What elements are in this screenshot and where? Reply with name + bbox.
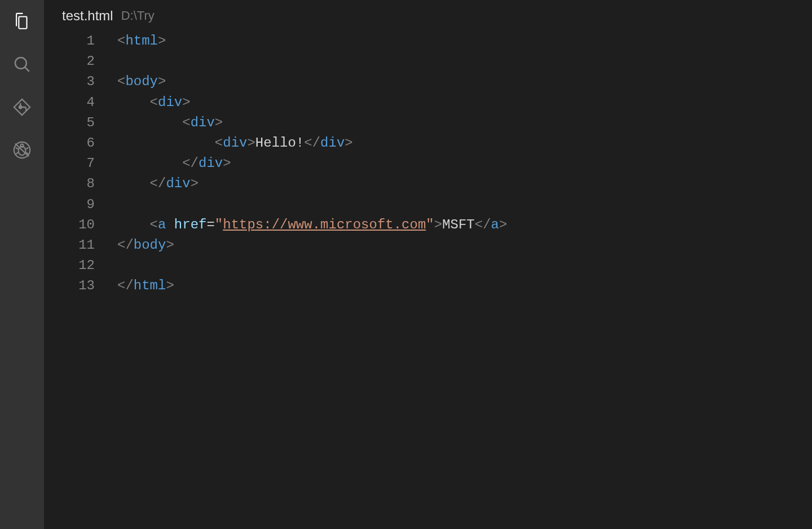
code-content[interactable]: <html><body> <div> <div> <div>Hello!</di… — [117, 31, 812, 529]
line-number: 9 — [44, 195, 95, 215]
tab-filename: test.html — [62, 8, 113, 24]
code-line[interactable] — [117, 195, 812, 215]
svg-line-8 — [25, 148, 28, 149]
line-number: 11 — [44, 235, 95, 255]
line-number: 3 — [44, 72, 95, 92]
explorer-icon[interactable] — [12, 11, 32, 32]
line-number: 6 — [44, 133, 95, 153]
code-line[interactable] — [117, 255, 812, 276]
line-number: 8 — [44, 174, 95, 194]
source-control-icon[interactable] — [12, 97, 32, 117]
code-line[interactable]: </html> — [117, 276, 812, 296]
line-number: 4 — [44, 92, 95, 113]
search-icon[interactable] — [12, 54, 32, 74]
line-number: 13 — [44, 276, 95, 296]
debug-icon[interactable] — [12, 140, 32, 160]
line-number: 10 — [44, 215, 95, 235]
svg-point-3 — [19, 106, 22, 109]
svg-line-1 — [25, 67, 29, 72]
editor-tab[interactable]: test.html D:\Try — [44, 0, 812, 31]
line-number: 2 — [44, 51, 95, 72]
code-line[interactable]: </body> — [117, 235, 812, 255]
svg-line-7 — [16, 148, 19, 149]
line-number-gutter: 12345678910111213 — [44, 31, 117, 529]
tab-path: D:\Try — [121, 8, 155, 23]
code-line[interactable]: <html> — [117, 31, 812, 51]
editor-area: test.html D:\Try 12345678910111213 <html… — [44, 0, 812, 529]
code-line[interactable]: <a href="https://www.microsoft.com">MSFT… — [117, 215, 812, 235]
code-line[interactable]: </div> — [117, 153, 812, 174]
line-number: 7 — [44, 153, 95, 174]
code-line[interactable]: <body> — [117, 72, 812, 92]
activity-bar — [0, 0, 44, 529]
line-number: 1 — [44, 31, 95, 51]
code-line[interactable] — [117, 51, 812, 72]
code-line[interactable]: <div> — [117, 113, 812, 133]
code-line[interactable]: <div> — [117, 92, 812, 113]
line-number: 12 — [44, 255, 95, 276]
svg-point-6 — [20, 144, 23, 147]
svg-point-0 — [15, 58, 27, 69]
code-editor[interactable]: 12345678910111213 <html><body> <div> <di… — [44, 31, 812, 529]
code-line[interactable]: </div> — [117, 174, 812, 194]
svg-line-9 — [16, 152, 19, 154]
svg-line-11 — [15, 144, 29, 157]
line-number: 5 — [44, 113, 95, 133]
code-line[interactable]: <div>Hello!</div> — [117, 133, 812, 153]
